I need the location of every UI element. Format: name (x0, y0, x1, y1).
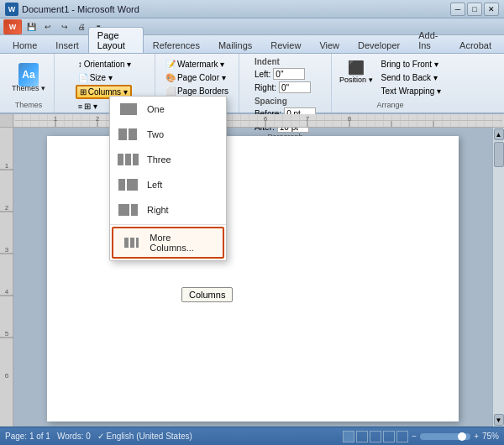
position-label: Position ▾ (339, 76, 373, 84)
watermark-button[interactable]: 📝 Watermark ▾ (163, 58, 227, 71)
tab-review[interactable]: Review (261, 37, 310, 53)
menu-divider (110, 224, 226, 225)
draft-button[interactable] (396, 431, 408, 442)
scroll-thumb[interactable] (494, 142, 504, 167)
indent-header: Indent (255, 57, 280, 66)
svg-rect-37 (118, 204, 129, 216)
maximize-button[interactable]: □ (467, 3, 482, 16)
close-button[interactable]: ✕ (484, 3, 499, 16)
tab-insert[interactable]: Insert (46, 37, 88, 53)
redo-button[interactable]: ↪ (57, 20, 72, 34)
columns-one-icon (117, 101, 140, 118)
office-button[interactable]: W (3, 19, 22, 34)
svg-rect-32 (118, 154, 123, 165)
main-area: 1 2 3 4 5 6 Columns ▲ ▼ (0, 128, 504, 427)
page-bg-content: 📝 Watermark ▾ 🎨 Page Color ▾ ⬜ Page Bord… (163, 55, 231, 101)
page-borders-label: Page Borders (177, 86, 228, 96)
columns-two-icon (117, 126, 140, 143)
themes-group: Aa Themes ▾ Themes (3, 54, 55, 113)
content-area: Columns (13, 128, 492, 427)
word-icon: W (5, 3, 18, 16)
size-button[interactable]: 📄 Size ▾ (76, 71, 115, 84)
indent-right-input[interactable]: 0" (279, 81, 311, 93)
columns-dropdown-menu: One Two Three Left (109, 96, 227, 261)
svg-rect-38 (131, 204, 138, 216)
minimize-button[interactable]: ─ (450, 3, 465, 16)
svg-rect-29 (120, 103, 137, 115)
page-color-button[interactable]: 🎨 Page Color ▾ (163, 71, 228, 84)
position-button[interactable]: ⬛ Position ▾ (337, 58, 375, 97)
columns-three-item[interactable]: Three (110, 147, 226, 172)
send-to-back-button[interactable]: Send to Back ▾ (379, 71, 444, 84)
ruler-corner (0, 114, 13, 128)
arrange-group: ⬛ Position ▾ Bring to Front ▾ Send to Ba… (332, 54, 449, 113)
columns-two-item[interactable]: Two (110, 122, 226, 147)
status-bar: Page: 1 of 1 Words: 0 ✓ English (United … (0, 427, 504, 445)
tab-acrobat[interactable]: Acrobat (450, 37, 501, 53)
title-bar: W Document1 - Microsoft Word ─ □ ✕ (0, 0, 504, 18)
svg-text:6: 6 (264, 115, 268, 123)
page-color-label: Page Color ▾ (177, 73, 226, 82)
scroll-track (493, 141, 504, 413)
columns-right-item[interactable]: Right (110, 197, 226, 222)
full-screen-button[interactable] (356, 431, 368, 442)
view-buttons (343, 431, 408, 442)
zoom-level: 75% (482, 432, 499, 441)
columns-three-label: Three (147, 154, 171, 165)
columns-one-item[interactable]: One (110, 97, 226, 122)
text-wrapping-label: Text Wrapping ▾ (381, 86, 442, 96)
page-borders-icon: ⬜ (165, 86, 176, 96)
zoom-in-button[interactable]: + (474, 432, 479, 441)
tab-developer[interactable]: Developer (349, 37, 409, 53)
position-icon: ⬛ (348, 60, 365, 76)
tab-page-layout[interactable]: Page Layout (88, 27, 144, 53)
print-layout-button[interactable] (343, 431, 354, 442)
indent-right-label: Right: (255, 83, 276, 92)
page-color-icon: 🎨 (165, 73, 176, 82)
zoom-thumb[interactable] (458, 432, 466, 441)
columns-two-label: Two (147, 129, 164, 139)
svg-rect-35 (118, 179, 125, 191)
ribbon: Aa Themes ▾ Themes ↕ Orientation ▾ 📄 Siz… (0, 54, 504, 114)
web-layout-button[interactable] (370, 431, 381, 442)
indent-left-input[interactable]: 0" (273, 68, 305, 80)
bring-to-front-button[interactable]: Bring to Front ▾ (379, 58, 444, 71)
svg-rect-41 (136, 238, 139, 248)
breaks-button[interactable]: ≡ ⊞ ▾ (76, 100, 100, 113)
svg-rect-33 (125, 154, 131, 165)
zoom-slider[interactable] (420, 433, 470, 440)
save-button[interactable]: 💾 (24, 20, 39, 34)
send-back-label: Send to Back ▾ (381, 73, 438, 82)
scroll-up-button[interactable]: ▲ (494, 128, 504, 140)
watermark-label: Watermark ▾ (177, 60, 224, 69)
spacing-header: Spacing (255, 97, 287, 106)
columns-three-icon (117, 151, 140, 168)
orientation-button[interactable]: ↕ Orientation ▾ (76, 58, 134, 71)
tab-mailings[interactable]: Mailings (209, 37, 261, 53)
tab-add-ins[interactable]: Add-Ins (409, 27, 450, 53)
more-columns-item[interactable]: More Columns... (112, 227, 224, 259)
svg-text:2: 2 (96, 115, 100, 123)
language-check-icon: ✓ (97, 432, 104, 441)
svg-rect-34 (133, 154, 139, 165)
undo-button[interactable]: ↩ (40, 20, 55, 34)
columns-left-item[interactable]: Left (110, 172, 226, 197)
print-button[interactable]: 🖨 (74, 20, 89, 34)
themes-button[interactable]: Aa Themes ▾ (8, 62, 49, 96)
themes-icon: Aa (18, 65, 39, 85)
horizontal-ruler: 1 2 3 4 5 6 7 8 (13, 114, 504, 127)
status-left: Page: 1 of 1 Words: 0 ✓ English (United … (5, 432, 192, 441)
columns-left-label: Left (147, 180, 162, 190)
window-controls[interactable]: ─ □ ✕ (450, 3, 499, 16)
zoom-out-button[interactable]: − (412, 432, 417, 441)
themes-label: Themes ▾ (12, 85, 45, 93)
columns-icon: ⊞ (80, 87, 87, 97)
tab-view[interactable]: View (310, 37, 349, 53)
tab-references[interactable]: References (144, 37, 209, 53)
scroll-down-button[interactable]: ▼ (494, 414, 504, 426)
outline-button[interactable] (383, 431, 395, 442)
text-wrapping-button[interactable]: Text Wrapping ▾ (379, 85, 444, 97)
arrange-content: ⬛ Position ▾ Bring to Front ▾ Send to Ba… (337, 55, 444, 101)
vertical-scrollbar[interactable]: ▲ ▼ (492, 128, 504, 427)
tab-home[interactable]: Home (3, 37, 46, 53)
